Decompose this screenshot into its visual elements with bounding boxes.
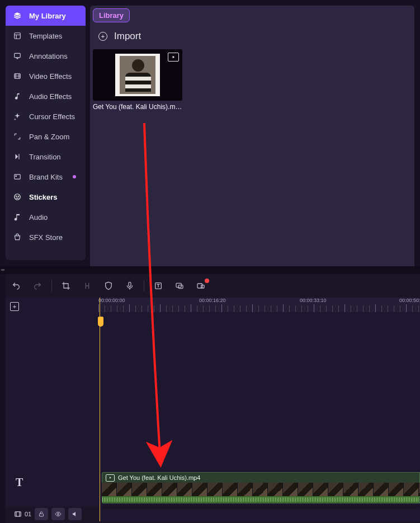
video-badge-icon [168,53,179,62]
horizontal-scrollbar[interactable] [102,505,420,509]
sidebar-item-label: Brand Kits [29,173,63,181]
sidebar-item-brand-kits[interactable]: Brand Kits [6,167,86,187]
clip-audio-waveform [102,496,420,503]
voiceover-button[interactable] [119,274,140,298]
svg-point-7 [18,196,18,196]
clip-thumbnails-row [102,483,420,496]
media-clip-card[interactable]: Get You (feat. Kali Uchis).mp4 [93,49,182,111]
sidebar-item-video-effects[interactable]: Video Effects [6,66,86,86]
sidebar-item-annotations[interactable]: Annotations [6,46,86,66]
stickers-icon [13,193,21,201]
sidebar-item-audio[interactable]: Audio [6,207,86,227]
timeline-side-panel: + T [6,298,98,507]
thumbnail-image [115,54,160,96]
sidebar-item-label: Stickers [29,193,58,201]
panel-resize-handle[interactable] [0,266,420,274]
svg-point-4 [16,176,17,177]
sidebar-item-label: Transition [29,153,61,161]
brand-icon [13,173,21,181]
svg-point-5 [15,194,21,200]
redo-button[interactable] [27,274,48,298]
svg-point-16 [58,513,59,515]
svg-rect-3 [15,175,21,179]
sidebar-item-label: Video Effects [29,72,72,81]
cursor-fx-icon [13,112,21,120]
separator [144,280,144,291]
record-dot-icon [205,279,209,283]
track-number: 01 [13,510,31,518]
svg-point-6 [16,196,17,196]
audio-icon [13,213,21,221]
layers-icon [13,12,21,20]
pan-zoom-icon [13,133,21,140]
sidebar-item-my-library[interactable]: My Library [6,6,86,26]
template-icon [13,32,21,40]
import-button[interactable]: + Import [98,31,141,42]
video-fx-icon [13,72,21,80]
plus-circle-icon: + [98,32,107,41]
playhead[interactable] [100,298,100,521]
ruler-label: 00:00:16:20 [199,298,226,303]
add-track-button[interactable]: + [10,302,19,311]
ruler-label: 00:00:50:0 [399,298,420,303]
sidebar-item-label: Annotations [29,52,68,60]
sidebar-item-templates[interactable]: Templates [6,26,86,46]
transition-icon [13,153,21,161]
text-track-icon[interactable]: T [16,476,23,489]
sfx-icon [13,233,21,241]
clip-header: Get You (feat. Kali Uchis).mp4 [102,472,420,483]
sidebar-item-transition[interactable]: Transition [6,147,86,167]
svg-rect-11 [178,285,183,289]
undo-button[interactable] [6,274,27,298]
timeline-clip[interactable]: Get You (feat. Kali Uchis).mp4 [102,472,420,500]
annotation-icon [13,52,21,60]
video-badge-icon [106,474,115,482]
library-panel: Library + Import Get You (feat. Kali Uch… [90,6,414,266]
film-icon [13,510,22,518]
shield-button[interactable] [98,274,119,298]
text-button[interactable] [148,274,169,298]
sidebar: My Library Templates Annotations Video E… [6,6,86,260]
ruler-label: 00:00:00:00 [98,298,125,303]
timeline-panel: + T 01 00:00:00:00 00:00:16:20 00:00:33:… [6,274,420,523]
split-button[interactable] [77,274,98,298]
timeline-tracks-area[interactable]: 00:00:00:00 00:00:16:20 00:00:33:10 00:0… [98,298,420,521]
separator [51,280,52,291]
clip-thumbnail [93,49,182,101]
ruler-label: 00:00:33:10 [300,298,327,303]
svg-rect-12 [197,284,202,288]
mute-track-button[interactable] [68,508,82,520]
svg-rect-14 [15,512,21,516]
lock-track-button[interactable] [35,508,48,520]
sidebar-item-label: My Library [29,12,66,20]
svg-rect-1 [15,53,21,58]
sidebar-item-label: SFX Store [29,233,63,242]
audio-fx-icon [13,92,21,100]
crop-button[interactable] [55,274,77,298]
sidebar-item-cursor-effects[interactable]: Cursor Effects [6,106,86,126]
timeline-clip-name: Get You (feat. Kali Uchis).mp4 [118,474,200,481]
sidebar-item-stickers[interactable]: Stickers [6,187,86,207]
svg-rect-0 [15,33,21,39]
sidebar-item-audio-effects[interactable]: Audio Effects [6,86,86,106]
track-number-value: 01 [25,511,31,517]
clip-filename: Get You (feat. Kali Uchis).mp4 [93,103,182,111]
svg-rect-15 [40,514,44,517]
caption-button[interactable] [169,274,190,298]
sidebar-item-sfx-store[interactable]: SFX Store [6,227,86,247]
import-label: Import [114,31,141,42]
sidebar-item-pan-zoom[interactable]: Pan & Zoom [6,126,86,147]
sidebar-item-label: Pan & Zoom [29,133,69,141]
sidebar-item-label: Cursor Effects [29,112,75,121]
sidebar-item-label: Audio [29,213,48,222]
timeline-ruler[interactable]: 00:00:00:00 00:00:16:20 00:00:33:10 00:0… [98,298,420,312]
visibility-track-button[interactable] [51,508,65,520]
timeline-toolbar [6,274,420,298]
sidebar-item-label: Audio Effects [29,92,72,101]
record-button[interactable] [190,274,211,298]
tab-library[interactable]: Library [93,8,130,22]
track-controls: 01 [6,507,106,521]
svg-rect-8 [129,282,131,286]
sidebar-item-label: Templates [29,32,62,40]
new-dot-icon [73,175,76,178]
